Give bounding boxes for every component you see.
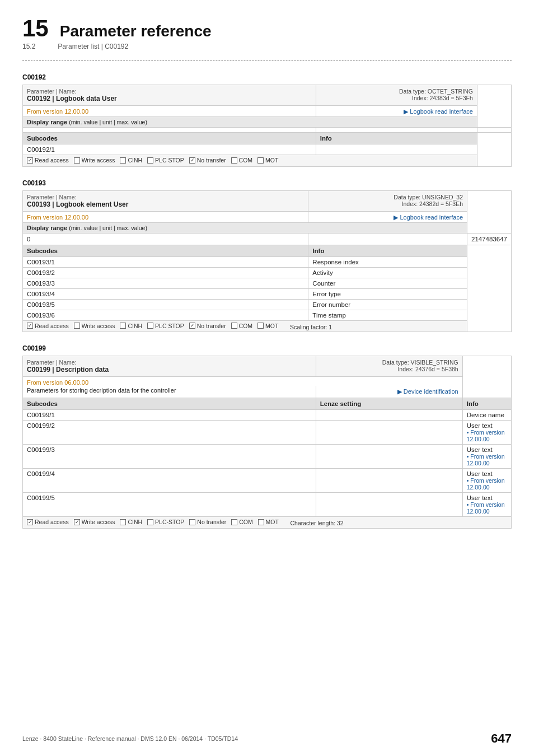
range-unit bbox=[316, 128, 477, 133]
cb-read-access: Read access bbox=[27, 157, 69, 164]
info-th: Info bbox=[308, 245, 467, 256]
cb-notransfer-icon bbox=[189, 323, 195, 329]
cb-mot: MOT bbox=[257, 323, 278, 329]
subcode-id: C00199/1 bbox=[23, 410, 316, 421]
section-divider bbox=[22, 60, 512, 61]
subcode-id: C00193/1 bbox=[23, 256, 308, 267]
param-range-values-row: 0 2147483647 bbox=[23, 233, 512, 245]
cb-notransfer-icon bbox=[189, 519, 195, 525]
table-row: C00199/1 Device name bbox=[23, 410, 512, 421]
param-version-row: From version 12.00.00 Logbook read inter… bbox=[23, 106, 512, 117]
param-version-row: From version 06.00.00 bbox=[23, 377, 512, 386]
param-table-c00199: Parameter | Name: C00199 | Description d… bbox=[22, 356, 512, 529]
info-th: Info bbox=[316, 133, 477, 144]
cb-com-icon bbox=[231, 157, 237, 164]
param-footer-row: Read access Write access CINH PLC-STOP N… bbox=[23, 517, 512, 529]
subcode-lenze bbox=[316, 493, 462, 517]
param-name-label: Parameter | Name: bbox=[27, 359, 77, 366]
cb-notransfer-icon bbox=[189, 157, 195, 164]
param-link[interactable]: Logbook read interface bbox=[404, 108, 473, 115]
cb-cinh: CINH bbox=[120, 157, 142, 164]
subcodes-th: Subcodes bbox=[23, 133, 316, 144]
info-th: Info bbox=[462, 398, 511, 410]
subcode-info: Error number bbox=[308, 299, 467, 310]
subcode-id: C00193/3 bbox=[23, 278, 308, 288]
param-label-c00192: C00192 bbox=[22, 73, 512, 81]
section-title: Parameter list | C00192 bbox=[58, 43, 128, 50]
cb-plcstop-icon bbox=[147, 323, 153, 329]
cb-read-icon bbox=[27, 157, 33, 164]
cb-com: COM bbox=[231, 519, 253, 525]
cb-no-transfer: No transfer bbox=[189, 519, 226, 525]
param-header-row: Parameter | Name: C00193 | Logbook eleme… bbox=[23, 190, 512, 211]
param-version: From version 12.00.00 bbox=[27, 214, 88, 221]
page-footer: Lenze · 8400 StateLine · Reference manua… bbox=[22, 731, 512, 746]
param-link[interactable]: Device identification bbox=[397, 388, 458, 395]
param-header-row: Parameter | Name: C00199 | Description d… bbox=[23, 356, 512, 377]
table-row: C00193/2 Activity bbox=[23, 267, 512, 278]
table-row: C00199/3 User text From version 12.00.00 bbox=[23, 445, 512, 469]
subcode-info-sub: From version 12.00.00 bbox=[467, 477, 505, 491]
range-min bbox=[23, 128, 316, 133]
param-link[interactable]: Logbook read interface bbox=[394, 214, 463, 221]
cb-write-icon bbox=[74, 519, 80, 525]
cb-cinh-icon bbox=[120, 519, 126, 525]
param-version-row: From version 12.00.00 Logbook read inter… bbox=[23, 211, 512, 222]
table-row: C00199/4 User text From version 12.00.00 bbox=[23, 469, 512, 493]
cb-write-access: Write access bbox=[74, 519, 115, 525]
subcode-info: User text From version 12.00.00 bbox=[462, 469, 511, 493]
subcode-lenze bbox=[316, 421, 462, 445]
param-footer-row: Read access Write access CINH PLC STOP N… bbox=[23, 320, 512, 332]
cb-mot-icon bbox=[258, 519, 264, 525]
param-name-label: Parameter | Name: bbox=[27, 88, 77, 95]
subcode-info: Error type bbox=[308, 288, 467, 299]
subcode-lenze bbox=[316, 469, 462, 493]
subcode-lenze bbox=[316, 445, 462, 469]
subcode-info: Activity bbox=[308, 267, 467, 278]
cb-cinh-icon bbox=[120, 323, 126, 329]
param-footer: Read access Write access CINH PLC STOP N… bbox=[23, 155, 477, 167]
cb-write-access: Write access bbox=[74, 323, 115, 329]
subcodes-header-row: Subcodes Info bbox=[23, 133, 512, 144]
param-data-type: Data type: UNSIGNED_32 Index: 24382d = 5… bbox=[308, 190, 467, 211]
subcodes-th: Subcodes bbox=[23, 245, 308, 256]
cb-com-icon bbox=[231, 519, 237, 525]
cb-read-access: Read access bbox=[27, 323, 69, 329]
display-range-note: (min. value | unit | max. value) bbox=[69, 225, 147, 231]
subcode-id: C00193/6 bbox=[23, 310, 308, 320]
display-range-label: Display range bbox=[27, 225, 67, 231]
cb-plc-stop: PLC STOP bbox=[147, 323, 184, 329]
param-section-c00192: C00192 Parameter | Name: C00192 | Logboo… bbox=[22, 73, 512, 167]
param-name-value: C00193 | Logbook element User bbox=[27, 200, 128, 208]
cb-mot: MOT bbox=[257, 157, 278, 164]
param-link-cell: Device identification bbox=[316, 386, 462, 398]
param-label-c00199: C00199 bbox=[22, 344, 512, 352]
subcode-id: C00193/2 bbox=[23, 267, 308, 278]
cb-read-icon bbox=[27, 323, 33, 329]
table-row: C00193/5 Error number bbox=[23, 299, 512, 310]
subcode-lenze bbox=[316, 410, 462, 421]
cb-mot-icon bbox=[257, 157, 264, 164]
table-row: C00199/2 User text From version 12.00.00 bbox=[23, 421, 512, 445]
subcode-info-sub: From version 12.00.00 bbox=[467, 453, 505, 466]
param-link-cell: Logbook read interface bbox=[316, 106, 477, 117]
param-section-c00199: C00199 Parameter | Name: C00199 | Descri… bbox=[22, 344, 512, 529]
cb-com-icon bbox=[231, 323, 237, 329]
param-range-values-row bbox=[23, 128, 512, 133]
cb-plcstop-icon bbox=[147, 157, 153, 164]
display-range-label: Display range bbox=[27, 119, 67, 125]
subcode-id: C00193/5 bbox=[23, 299, 308, 310]
lenze-setting-th: Lenze setting bbox=[316, 398, 462, 410]
subcode-info: Counter bbox=[308, 278, 467, 288]
param-footer: Read access Write access CINH PLC STOP N… bbox=[23, 320, 467, 332]
subcode-info: User text From version 12.00.00 bbox=[462, 421, 511, 445]
param-name-value: C00192 | Logbook data User bbox=[27, 95, 117, 102]
cb-read-access: Read access bbox=[27, 519, 69, 525]
param-name-label: Parameter | Name: bbox=[27, 194, 77, 200]
param-description-row: Parameters for storing decription data f… bbox=[23, 386, 512, 398]
cb-mot: MOT bbox=[258, 519, 279, 525]
display-range-note: (min. value | unit | max. value) bbox=[69, 119, 147, 125]
cb-cinh: CINH bbox=[120, 323, 142, 329]
cb-plc-stop: PLC-STOP bbox=[147, 519, 184, 525]
cb-no-transfer: No transfer bbox=[189, 157, 226, 164]
